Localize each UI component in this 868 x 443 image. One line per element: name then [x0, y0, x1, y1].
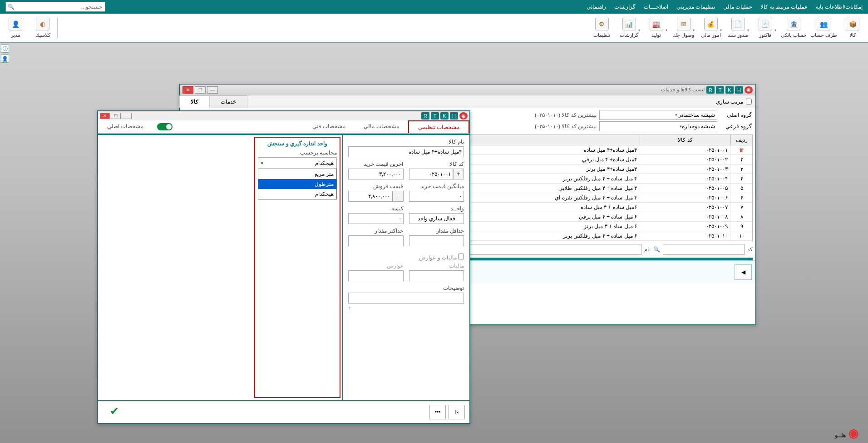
name-input[interactable]	[348, 146, 464, 157]
group-main-select[interactable]: شيشه ساختماني▾	[599, 110, 717, 120]
max-label: حداكثر مقدار	[348, 228, 404, 234]
max-code-label-1: بيشترين كد كالا (۰۲۵۰۱۰۱۰)	[535, 112, 597, 118]
unit-activate-button[interactable]: فعال سازي واحد	[409, 213, 464, 224]
search-code-label: کد	[747, 246, 753, 253]
ribbon-توليد[interactable]: 🏭توليد▾	[645, 15, 668, 40]
ribbon-مدير[interactable]: 👤مدير	[4, 15, 27, 40]
search-input[interactable]	[16, 2, 105, 11]
menu-mgmt[interactable]: تنظيمات مديريتي	[676, 4, 715, 10]
exit-button[interactable]: ⎘	[449, 405, 465, 419]
duty-input[interactable]	[348, 270, 404, 281]
sort-label: مرتب سازي	[716, 99, 743, 105]
info-icon[interactable]: ⓘ	[1, 45, 9, 53]
h-badge[interactable]: H	[735, 86, 743, 94]
tax-input[interactable]	[409, 270, 464, 281]
measure-title: واحد اندازه گيري و سنجش	[258, 140, 337, 147]
tab-financial-spec[interactable]: مشخصات مالي	[355, 120, 408, 133]
avgbuy-input[interactable]	[409, 191, 464, 202]
search-icon-2: 🔍	[653, 246, 660, 253]
ribbon-كالا[interactable]: 📦كالا	[841, 15, 864, 40]
t-badge[interactable]: T	[716, 86, 724, 94]
min-label: حداقل مقدار	[409, 228, 464, 234]
t-badge-2[interactable]: T	[431, 112, 439, 119]
ribbon-طرف حساب[interactable]: 👥طرف حساب	[810, 15, 837, 40]
calc-option[interactable]: هيچكدام	[258, 189, 336, 199]
ribbon-فاكتور[interactable]: 🧾فاكتور▾	[754, 15, 777, 40]
name-label: نام كالا	[348, 139, 464, 145]
ribbon-تنظيمات[interactable]: ⚙تنظيمات	[590, 15, 614, 40]
close-button[interactable]: ✕	[182, 86, 193, 94]
menu-help[interactable]: راهنمائي	[587, 4, 606, 10]
red-dot-icon: ◉	[745, 86, 753, 94]
tax-checkbox[interactable]	[458, 254, 464, 259]
sell-input[interactable]	[348, 191, 393, 202]
hktr-badges: ◉ H K T R	[706, 86, 753, 94]
item-detail-window: ◉ H K T R — ☐ ✕ مشخصات اصلي مشخصات فني م…	[97, 110, 470, 424]
menu-base[interactable]: إمكانات/اطلاعات پايه	[816, 4, 863, 10]
tab-settings-spec[interactable]: مشخصات تنظيمي	[408, 120, 469, 133]
sort-checkbox[interactable]	[746, 99, 752, 105]
menu-reports[interactable]: گزارشات	[614, 4, 636, 10]
lastbuy-input[interactable]	[348, 169, 404, 179]
ribbon-صدور سند[interactable]: 📄صدور سند▾	[726, 15, 750, 40]
min-input[interactable]	[409, 235, 464, 246]
calc-label: محاسبه برحسب	[258, 149, 337, 156]
global-search[interactable]: 🔍	[5, 2, 105, 12]
tab-tech-spec[interactable]: مشخصات فني	[303, 120, 355, 133]
col-row[interactable]: رديف	[730, 135, 752, 145]
code-input[interactable]	[409, 169, 454, 179]
menu-goods-ops[interactable]: عمليات مرتبط به كالا	[760, 4, 808, 10]
search-name-label: نام	[644, 246, 651, 253]
desc-add[interactable]: +	[348, 305, 464, 311]
group-main-label: گروه اصلي	[720, 112, 752, 118]
more-button[interactable]: •••	[429, 405, 446, 419]
col-code[interactable]: کد کالا	[640, 135, 730, 145]
group-sub-select[interactable]: شيشه دوجداره▾	[599, 121, 717, 131]
r-badge-2[interactable]: R	[421, 112, 429, 119]
main-menubar: إمكانات/اطلاعات پايه عمليات مرتبط به كال…	[0, 0, 868, 14]
calc-option[interactable]: متر مربع	[258, 169, 336, 179]
ribbon-كلاسيك[interactable]: ◐كلاسيك	[31, 15, 54, 40]
sell-plus[interactable]: +	[393, 191, 404, 202]
calc-option[interactable]: مترطول	[258, 179, 336, 189]
search-code-input[interactable]	[663, 244, 745, 255]
lastbuy-label: آخرين قيمت خريد	[348, 161, 404, 167]
side-icon-strip: ⓘ 👤	[1, 45, 9, 63]
active-toggle[interactable]	[157, 123, 173, 130]
k-badge-2[interactable]: K	[440, 112, 449, 119]
tab-main-spec[interactable]: مشخصات اصلي	[98, 120, 153, 133]
list-window-title: ليست كالاها و خدمات	[218, 87, 706, 93]
user-icon[interactable]: 👤	[1, 55, 9, 63]
code-plus[interactable]: +	[453, 169, 464, 179]
menu-finance-ops[interactable]: عمليات مالي	[723, 4, 752, 10]
ribbon-گزارشات[interactable]: 📊گزارشات▾	[617, 15, 641, 40]
minimize-button[interactable]: —	[207, 86, 218, 94]
ribbon-وصول چك[interactable]: ✉وصول چك▾	[672, 15, 695, 40]
desc-label: توضيحات	[348, 285, 464, 291]
maximize-button[interactable]: ☐	[195, 86, 206, 94]
code-label: کد کالا	[409, 161, 464, 167]
avgbuy-label: ميانگين قيمت خريد	[409, 183, 464, 189]
k-badge[interactable]: K	[725, 86, 734, 94]
list-window-titlebar: ◉ H K T R ليست كالاها و خدمات — ☐ ✕	[180, 85, 755, 95]
list-tabs: کالا خدمات مرتب سازي	[180, 95, 755, 108]
r-badge[interactable]: R	[706, 86, 715, 94]
tax-label: ماليات	[409, 263, 464, 269]
tab-kala[interactable]: کالا	[179, 95, 210, 108]
h-badge-2[interactable]: H	[450, 112, 458, 119]
bag-input[interactable]	[348, 213, 404, 224]
desc-input[interactable]	[348, 293, 464, 304]
ribbon-حساب بانكي[interactable]: 🏦حساب بانكي	[781, 15, 807, 40]
max-code-label-2: بيشترين كد كالا (۰۲۵۰۱۰۱۰)	[535, 123, 597, 129]
arrow-button[interactable]: ◀	[735, 264, 752, 280]
tab-khadamat[interactable]: خدمات	[209, 95, 247, 108]
detail-close[interactable]: ✕	[100, 113, 110, 119]
detail-maximize[interactable]: ☐	[111, 113, 121, 119]
confirm-button[interactable]: ✔	[103, 405, 119, 419]
detail-minimize[interactable]: —	[122, 113, 132, 119]
ribbon-امور مالي[interactable]: 💰امور مالي▾	[699, 15, 723, 40]
max-input[interactable]	[348, 235, 404, 246]
search-icon: 🔍	[6, 4, 16, 10]
calc-dropdown[interactable]: هيچكدام▾ متر مربعمترطولهيچكدام	[258, 157, 337, 169]
menu-corrections[interactable]: اصلاحـــات	[644, 4, 668, 10]
